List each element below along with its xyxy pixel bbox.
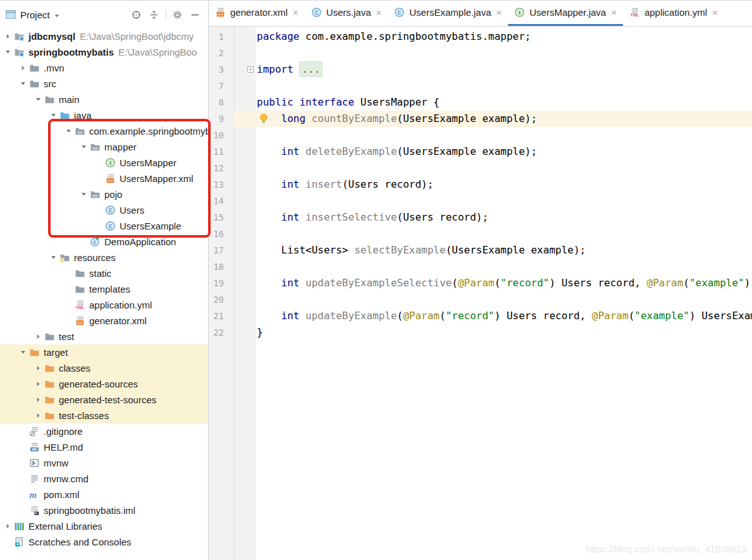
expanded-arrow-icon[interactable]: [33, 95, 43, 105]
tree-item-com-example-springbootmybatis[interactable]: com.example.springbootmybatis: [0, 123, 209, 139]
close-icon[interactable]: ×: [496, 8, 502, 17]
tree-item-test-classes[interactable]: test-classes: [0, 408, 209, 423]
tree-item-templates[interactable]: templates: [0, 281, 209, 297]
code-text[interactable]: [256, 259, 752, 275]
code-text[interactable]: int updateByExampleSelective(@Param("rec…: [256, 275, 752, 291]
line-number[interactable]: 2: [209, 45, 234, 61]
collapsed-arrow-icon[interactable]: [18, 63, 28, 73]
line-number[interactable]: 17: [209, 242, 234, 259]
settings-gear-icon[interactable]: [170, 8, 184, 21]
code-text[interactable]: int insert(Users record);: [256, 176, 752, 193]
close-icon[interactable]: ×: [376, 8, 382, 17]
tree-item-target[interactable]: target: [0, 344, 209, 360]
line-number[interactable]: 21: [209, 308, 234, 324]
line-number[interactable]: 16: [209, 226, 234, 242]
tree-item-springbootmybatis-iml[interactable]: springbootmybatis.iml: [0, 502, 209, 518]
close-icon[interactable]: ×: [712, 8, 718, 17]
line-number[interactable]: 20: [209, 291, 234, 308]
collapsed-arrow-icon[interactable]: [3, 521, 13, 532]
tree-item-mapper[interactable]: mapper: [0, 139, 209, 155]
code-text[interactable]: package com.example.springbootmybatis.ma…: [256, 28, 752, 45]
line-number[interactable]: 22: [209, 324, 234, 341]
line-number[interactable]: 8: [209, 94, 234, 111]
tree-item-application-yml[interactable]: YMLapplication.yml: [0, 297, 209, 313]
code-text[interactable]: int deleteByExample(UsersExample example…: [256, 143, 752, 160]
line-number[interactable]: 9: [209, 111, 234, 127]
tab-usersmapper-java[interactable]: IUsersMapper.java×: [508, 1, 623, 26]
tree-item-test[interactable]: test: [0, 329, 209, 344]
line-number[interactable]: 15: [209, 209, 234, 226]
tree-item-pom-xml[interactable]: mpom.xml: [0, 487, 209, 502]
tree-item-static[interactable]: static: [0, 265, 209, 281]
tree-item-external-libraries[interactable]: External Libraries: [0, 518, 209, 534]
locate-icon[interactable]: [129, 8, 143, 21]
tree-item-users[interactable]: cUsers: [0, 202, 209, 218]
hide-panel-icon[interactable]: [188, 8, 202, 21]
code-text[interactable]: }: [256, 324, 752, 341]
collapse-all-icon[interactable]: [147, 8, 161, 21]
tree-item-java[interactable]: java: [0, 107, 209, 123]
tree-item-src[interactable]: src: [0, 76, 209, 92]
code-text[interactable]: [256, 78, 752, 94]
tree-item-pojo[interactable]: pojo: [0, 186, 209, 202]
close-icon[interactable]: ×: [293, 8, 299, 17]
code-text[interactable]: public interface UsersMapper {: [256, 94, 752, 111]
expanded-arrow-icon[interactable]: [63, 126, 73, 137]
collapsed-arrow-icon[interactable]: [33, 363, 43, 374]
expanded-arrow-icon[interactable]: [3, 47, 13, 58]
line-number[interactable]: 11: [209, 143, 234, 160]
expanded-arrow-icon[interactable]: [18, 348, 28, 358]
collapsed-arrow-icon[interactable]: [33, 332, 43, 342]
line-number[interactable]: 14: [209, 193, 234, 209]
line-number[interactable]: 7: [209, 78, 234, 94]
tab-usersexample-java[interactable]: cUsersExample.java×: [388, 1, 508, 26]
expanded-arrow-icon[interactable]: [18, 79, 28, 89]
line-number[interactable]: 10: [209, 127, 234, 143]
tree-item-usersexample[interactable]: cUsersExample: [0, 218, 209, 234]
expanded-arrow-icon[interactable]: [48, 253, 58, 263]
tree-item-demoapplication[interactable]: cDemoApplication: [0, 234, 209, 250]
tab-application-yml[interactable]: YMLapplication.yml×: [623, 1, 724, 26]
tree-item-classes[interactable]: classes: [0, 360, 209, 376]
tree-item-help-md[interactable]: MDHELP.md: [0, 439, 209, 455]
tab-generator-xml[interactable]: <>generator.xml×: [209, 1, 305, 26]
code-text[interactable]: [256, 127, 752, 143]
tab-users-java[interactable]: cUsers.java×: [305, 1, 388, 26]
fold-marker-icon[interactable]: +: [247, 66, 254, 73]
code-text[interactable]: [256, 226, 752, 242]
code-text[interactable]: int updateByExample(@Param("record") Use…: [256, 308, 752, 324]
code-text[interactable]: int insertSelective(Users record);: [256, 209, 752, 226]
tree-item-mvnw[interactable]: mvnw: [0, 455, 209, 471]
code-text[interactable]: [256, 160, 752, 176]
expanded-arrow-icon[interactable]: [78, 190, 89, 200]
code-text[interactable]: [256, 45, 752, 61]
expanded-arrow-icon[interactable]: [78, 142, 89, 152]
tree-item-generated-test-sources[interactable]: generated-test-sources: [0, 392, 209, 408]
tree-item-springbootmybatis[interactable]: springbootmybatisE:\Java\SpringBoo: [0, 44, 209, 60]
code-text[interactable]: [256, 291, 752, 308]
line-number[interactable]: 3: [209, 61, 234, 78]
tree-item-resources[interactable]: resources: [0, 250, 209, 265]
collapsed-arrow-icon[interactable]: [33, 411, 43, 421]
tree-item-generator-xml[interactable]: <>generator.xml: [0, 313, 209, 329]
expanded-arrow-icon[interactable]: [48, 111, 58, 121]
line-number[interactable]: 12: [209, 160, 234, 176]
code-text[interactable]: long countByExample(UsersExample example…: [256, 111, 752, 127]
line-number[interactable]: 13: [209, 176, 234, 193]
collapsed-arrow-icon[interactable]: [33, 395, 43, 405]
tree-item-mvnw-cmd[interactable]: mvnw.cmd: [0, 471, 209, 487]
project-panel-title[interactable]: Project: [20, 9, 50, 20]
code-text[interactable]: List<Users> selectByExample(UsersExample…: [256, 242, 752, 259]
code-text[interactable]: import ...: [256, 61, 752, 78]
code-text[interactable]: [256, 193, 752, 209]
close-icon[interactable]: ×: [611, 8, 617, 17]
intention-bulb-icon[interactable]: [258, 113, 269, 125]
chevron-down-icon[interactable]: [53, 11, 61, 18]
tree-item-usersmapper[interactable]: IUsersMapper: [0, 155, 209, 171]
line-number[interactable]: 19: [209, 275, 234, 291]
tree-item-scratches-and-consoles[interactable]: Scratches and Consoles: [0, 534, 209, 550]
tree-item-gitignore[interactable]: .gitignore: [0, 423, 209, 439]
tree-item-usersmapper-xml[interactable]: <>UsersMapper.xml: [0, 171, 209, 186]
tree-item-main[interactable]: main: [0, 92, 209, 107]
tree-item-jdbcmysql[interactable]: jdbcmysqlE:\Java\SpringBoot\jdbcmy: [0, 28, 209, 44]
